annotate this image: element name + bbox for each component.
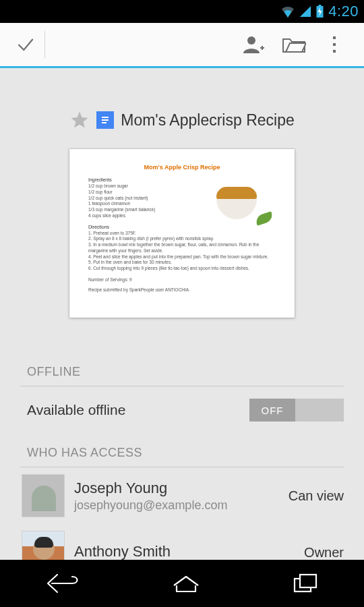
access-list: Joseph Young josephyoung@example.com Can… xyxy=(0,467,364,560)
overflow-menu-button[interactable] xyxy=(314,28,355,61)
person-row[interactable]: Joseph Young josephyoung@example.com Can… xyxy=(0,467,364,524)
folder-button[interactable] xyxy=(274,28,314,61)
avatar xyxy=(22,474,65,517)
back-button[interactable] xyxy=(45,572,80,595)
person-role: Can view xyxy=(289,488,344,504)
person-name: Joseph Young xyxy=(74,480,279,497)
wifi-icon xyxy=(280,5,295,18)
signal-icon xyxy=(299,5,311,18)
svg-rect-1 xyxy=(319,5,322,7)
svg-rect-8 xyxy=(102,122,107,123)
home-button[interactable] xyxy=(171,573,201,594)
preview-image xyxy=(210,180,277,227)
add-person-button[interactable] xyxy=(233,28,274,61)
access-section-header: WHO HAS ACCESS xyxy=(27,446,337,460)
preview-title: Mom's Apple Crisp Recipe xyxy=(88,164,276,171)
recent-apps-button[interactable] xyxy=(292,573,319,594)
offline-label: Available offline xyxy=(27,402,249,418)
nav-bar xyxy=(0,560,364,607)
svg-rect-10 xyxy=(300,575,316,587)
status-bar: 4:20 xyxy=(0,0,364,23)
done-button[interactable] xyxy=(9,28,42,61)
person-row[interactable]: Anthony Smith Owner xyxy=(0,524,364,560)
person-name: Anthony Smith xyxy=(74,543,295,560)
content: Mom's Applecrisp Recipe Mom's Apple Cris… xyxy=(0,68,364,560)
svg-rect-5 xyxy=(333,50,336,53)
document-title: Mom's Applecrisp Recipe xyxy=(121,111,295,129)
separator xyxy=(44,31,45,58)
svg-point-2 xyxy=(247,36,255,45)
offline-row: Available offline OFF xyxy=(0,386,364,434)
docs-icon xyxy=(96,111,114,129)
battery-icon xyxy=(315,5,324,18)
clock: 4:20 xyxy=(328,3,359,20)
action-bar xyxy=(0,23,364,66)
avatar xyxy=(22,531,65,560)
document-preview[interactable]: Mom's Apple Crisp Recipe Ingredients 1/2… xyxy=(69,149,295,318)
person-role: Owner xyxy=(304,545,344,560)
svg-rect-7 xyxy=(102,119,109,121)
offline-section-header: OFFLINE xyxy=(27,365,337,379)
offline-toggle-state: OFF xyxy=(249,399,295,422)
star-icon[interactable] xyxy=(69,110,90,130)
person-email: josephyoung@example.com xyxy=(74,498,279,513)
svg-rect-6 xyxy=(102,117,109,118)
svg-rect-4 xyxy=(333,43,336,46)
svg-rect-3 xyxy=(333,36,336,39)
offline-toggle[interactable]: OFF xyxy=(249,399,344,422)
document-title-row: Mom's Applecrisp Recipe xyxy=(0,110,364,130)
